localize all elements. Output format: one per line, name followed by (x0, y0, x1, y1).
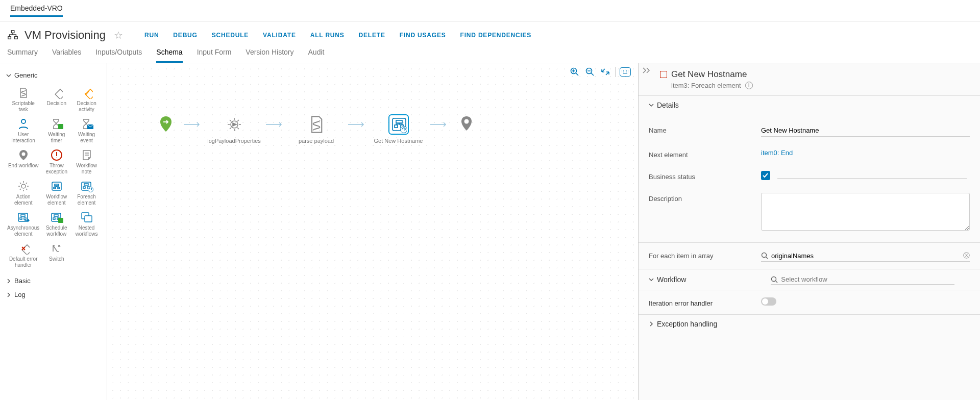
tab-schema[interactable]: Schema (156, 48, 182, 63)
schedule-action[interactable]: SCHEDULE (212, 32, 249, 39)
business-status-checkbox[interactable] (761, 171, 770, 180)
tab-variables[interactable]: Variables (52, 48, 81, 63)
finddeps-action[interactable]: FIND DEPENDENCIES (460, 32, 532, 39)
next-element-link[interactable]: item0: End (761, 149, 793, 157)
delete-action[interactable]: DELETE (359, 32, 385, 39)
foreach-array-field[interactable]: ⓧ (761, 250, 970, 262)
svg-rect-30 (85, 216, 92, 222)
workflow-select-input[interactable] (781, 275, 954, 283)
palette-waiting-event[interactable]: Waiting event (72, 116, 101, 144)
svg-rect-17 (83, 187, 85, 188)
palette-throw-exception[interactable]: Throw exception (42, 147, 70, 175)
validate-action[interactable]: VALIDATE (263, 32, 296, 39)
palette-workflow-element[interactable]: Workflow element (42, 179, 70, 207)
canvas-toolbar (569, 66, 631, 78)
svg-rect-13 (54, 187, 56, 189)
palette-nested-workflows[interactable]: Nested workflows (72, 210, 101, 238)
subtabs: Summary Variables Inputs/Outputs Schema … (0, 42, 980, 63)
business-status-input[interactable] (777, 172, 967, 179)
arrow-icon (348, 121, 366, 128)
name-input[interactable] (761, 124, 970, 137)
svg-rect-26 (53, 218, 55, 219)
svg-rect-22 (20, 218, 22, 219)
palette-section-log[interactable]: Log (6, 288, 101, 302)
section-iteration-error: Iteration error handler (639, 290, 980, 314)
node-end[interactable] (454, 114, 479, 135)
palette-user-interaction[interactable]: User interaction (6, 116, 40, 144)
zoom-in-icon[interactable] (569, 66, 580, 78)
debug-action[interactable]: DEBUG (173, 32, 197, 39)
top-bar: Embedded-VRO (0, 0, 980, 21)
schema-canvas[interactable]: logPayloadProperties parse payload Get N… (107, 63, 638, 400)
tab-version[interactable]: Version History (246, 48, 293, 63)
details-header: Get New Hostname item3: Foreach element … (639, 63, 980, 95)
findusages-action[interactable]: FIND USAGES (400, 32, 446, 39)
label-next: Next element (649, 149, 761, 159)
node-logpayload[interactable]: logPayloadProperties (207, 114, 261, 144)
clear-icon[interactable]: ⓧ (963, 251, 970, 260)
tab-summary[interactable]: Summary (7, 48, 38, 63)
tab-audit[interactable]: Audit (308, 48, 325, 63)
palette-foreach-element[interactable]: Foreach element (72, 179, 101, 207)
svg-point-41 (762, 253, 767, 258)
palette-section-label: Generic (14, 71, 38, 79)
svg-rect-14 (58, 187, 60, 189)
svg-rect-2 (15, 37, 17, 39)
palette-end-workflow[interactable]: End workflow (6, 147, 40, 175)
section-exception-header[interactable]: Exception handling (639, 315, 980, 333)
svg-point-5 (21, 119, 26, 123)
tab-io[interactable]: Inputs/Outputs (95, 48, 142, 63)
workflow-flow: logPayloadProperties parse payload Get N… (153, 114, 479, 144)
palette-section-generic[interactable]: Generic (6, 68, 101, 82)
collapse-panel-icon[interactable] (643, 67, 651, 75)
info-icon[interactable]: i (745, 82, 753, 89)
main-area: Generic Scriptable task Decision Decisio… (0, 63, 980, 400)
node-parsepayload[interactable]: parse payload (289, 114, 343, 144)
keyboard-icon[interactable] (620, 66, 631, 78)
svg-rect-12 (55, 184, 59, 186)
palette-schedule-workflow[interactable]: Schedule workflow (42, 210, 70, 238)
section-details-header[interactable]: Details (639, 96, 980, 114)
palette-action-element[interactable]: Action element (6, 179, 40, 207)
svg-rect-16 (84, 184, 88, 185)
tab-inputform[interactable]: Input Form (197, 48, 232, 63)
palette-switch[interactable]: Switch (42, 241, 70, 269)
svg-rect-6 (58, 124, 63, 129)
iteration-error-toggle[interactable] (761, 297, 776, 306)
palette-workflow-note[interactable]: Workflow note (72, 147, 101, 175)
description-input[interactable] (761, 193, 970, 231)
palette-waiting-timer[interactable]: Waiting timer (42, 116, 70, 144)
palette-scriptable-task[interactable]: Scriptable task (6, 85, 40, 113)
section-workflow: Workflow (639, 269, 980, 290)
favorite-star-icon[interactable]: ☆ (114, 29, 123, 41)
workflow-header: VM Provisioning ☆ RUN DEBUG SCHEDULE VAL… (0, 21, 980, 42)
palette-async-element[interactable]: Asynchronous element (6, 210, 40, 238)
fit-screen-icon[interactable] (600, 66, 611, 78)
svg-rect-31 (22, 245, 30, 255)
label-description: Description (649, 193, 761, 203)
palette-section-label: Log (14, 291, 26, 298)
svg-point-8 (21, 153, 25, 156)
search-icon (771, 276, 778, 283)
node-start[interactable] (153, 114, 179, 135)
allruns-action[interactable]: ALL RUNS (310, 32, 345, 39)
label-iter-error: Iteration error handler (649, 297, 761, 307)
palette-decision[interactable]: Decision (42, 85, 70, 113)
run-action[interactable]: RUN (144, 32, 159, 39)
workflow-title: VM Provisioning (24, 29, 106, 42)
embedded-vro-tab[interactable]: Embedded-VRO (10, 4, 63, 17)
foreach-array-input[interactable] (771, 252, 960, 260)
zoom-out-icon[interactable] (584, 66, 596, 78)
label-workflow: Workflow (657, 275, 686, 284)
palette-decision-activity[interactable]: Decision activity (72, 85, 101, 113)
palette-default-error-handler[interactable]: Default error handler (6, 241, 40, 269)
section-foreach: For each item in array ⓧ (639, 242, 980, 269)
svg-rect-3 (55, 89, 63, 99)
svg-rect-25 (54, 215, 58, 216)
palette-section-basic[interactable]: Basic (6, 274, 101, 288)
workflow-select-field[interactable] (771, 274, 954, 285)
node-getnewhostname[interactable]: Get New Hostname (372, 114, 425, 144)
section-details: Details Name Next element item0: End Bus… (639, 95, 980, 242)
canvas-grid (107, 63, 638, 400)
section-exception: Exception handling (639, 314, 980, 333)
